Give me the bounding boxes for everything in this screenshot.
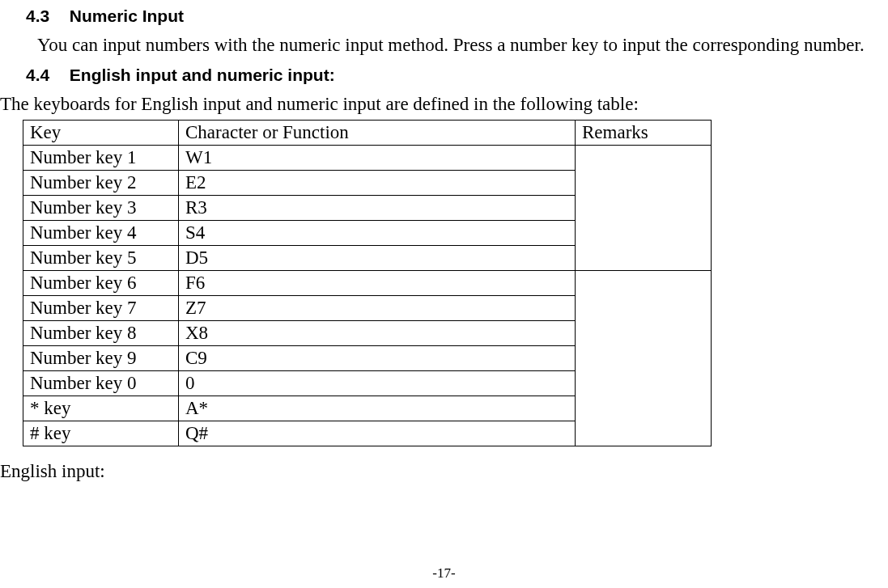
english-input-label: English input:	[0, 461, 888, 482]
cell-key: Number key 3	[23, 196, 179, 221]
cell-key: Number key 7	[23, 296, 179, 321]
section-4-3-body: You can input numbers with the numeric i…	[0, 32, 883, 57]
section-heading-4-4: 4.4 English input and numeric input:	[26, 66, 888, 85]
section-4-4-intro: The keyboards for English input and nume…	[0, 91, 883, 116]
cell-remarks	[576, 271, 712, 446]
key-table-wrap: KeyCharacter or FunctionRemarksNumber ke…	[23, 120, 888, 446]
cell-key: * key	[23, 396, 179, 421]
cell-remarks	[576, 146, 712, 271]
document-body: 4.3 Numeric Input You can input numbers …	[0, 6, 888, 482]
cell-char: Z7	[179, 296, 576, 321]
cell-key: Number key 5	[23, 246, 179, 271]
cell-char: F6	[179, 271, 576, 296]
cell-char: A*	[179, 396, 576, 421]
cell-key: Number key 2	[23, 171, 179, 196]
table-header-cell-char: Character or Function	[179, 121, 576, 146]
cell-char: S4	[179, 221, 576, 246]
cell-char: 0	[179, 371, 576, 396]
key-table: KeyCharacter or FunctionRemarksNumber ke…	[23, 120, 712, 446]
cell-key: # key	[23, 421, 179, 446]
key-table-body: KeyCharacter or FunctionRemarksNumber ke…	[23, 121, 712, 446]
cell-char: Q#	[179, 421, 576, 446]
section-heading-4-3: 4.3 Numeric Input	[26, 6, 888, 26]
table-row: Number key 6F6	[23, 271, 712, 296]
cell-key: Number key 4	[23, 221, 179, 246]
section-number: 4.3	[26, 6, 65, 26]
table-header-cell-key: Key	[23, 121, 179, 146]
cell-char: R3	[179, 196, 576, 221]
section-title: Numeric Input	[70, 6, 184, 25]
page-footer: -17-	[0, 565, 888, 582]
table-header-cell-remarks: Remarks	[576, 121, 712, 146]
table-header-row: KeyCharacter or FunctionRemarks	[23, 121, 712, 146]
section-title: English input and numeric input:	[70, 66, 335, 84]
cell-key: Number key 1	[23, 146, 179, 171]
cell-char: E2	[179, 171, 576, 196]
cell-key: Number key 6	[23, 271, 179, 296]
cell-char: C9	[179, 346, 576, 371]
section-number: 4.4	[26, 66, 65, 85]
cell-key: Number key 9	[23, 346, 179, 371]
cell-char: W1	[179, 146, 576, 171]
cell-char: D5	[179, 246, 576, 271]
table-row: Number key 1W1	[23, 146, 712, 171]
cell-key: Number key 0	[23, 371, 179, 396]
cell-char: X8	[179, 321, 576, 346]
cell-key: Number key 8	[23, 321, 179, 346]
